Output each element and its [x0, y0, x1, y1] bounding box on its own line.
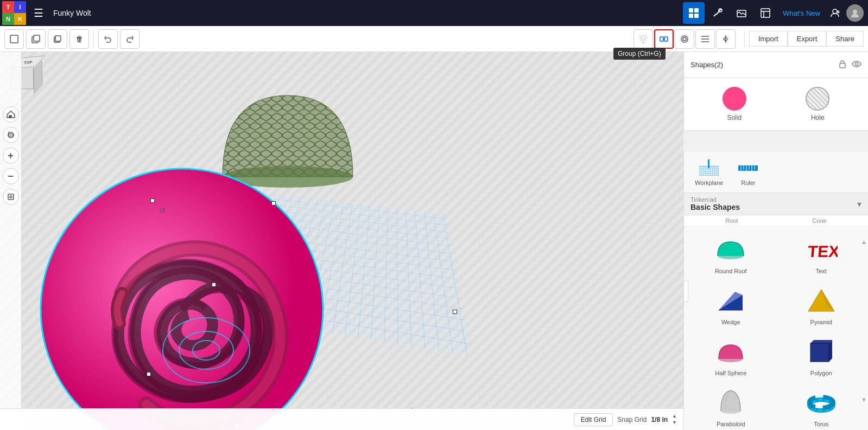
- shape-paraboloid[interactable]: Paraboloid: [686, 382, 776, 430]
- whats-new-button[interactable]: What's New: [778, 9, 825, 17]
- svg-rect-34: [840, 63, 845, 68]
- fit-view-button[interactable]: [3, 189, 19, 205]
- properties-bar: Shapes(2): [683, 52, 868, 78]
- lock-icon[interactable]: [838, 59, 847, 71]
- round-roof-label: Round Roof: [715, 268, 747, 274]
- export-button[interactable]: Export: [788, 31, 827, 47]
- toolbar-sep2: [744, 31, 745, 47]
- mirror-button[interactable]: [716, 29, 736, 49]
- logo-t: T: [2, 1, 14, 13]
- collapse-panel-button[interactable]: ‹: [683, 280, 688, 302]
- svg-rect-0: [689, 8, 693, 12]
- ruler-icon: [738, 158, 758, 178]
- toolbar-separator: [93, 31, 94, 47]
- align-button[interactable]: [695, 29, 715, 49]
- half-sphere-label: Half Sphere: [715, 370, 746, 376]
- ruler-button[interactable]: Ruler: [734, 156, 762, 188]
- redo-button[interactable]: [120, 29, 140, 49]
- tools-button[interactable]: [707, 2, 728, 24]
- hole-label: Hole: [811, 114, 825, 121]
- svg-point-25: [8, 134, 14, 136]
- shape-polygon[interactable]: Polygon: [777, 331, 866, 381]
- pink-circle-shape: [38, 166, 326, 430]
- polygon-label: Polygon: [810, 370, 832, 376]
- top-right-tools: What's New: [683, 2, 864, 24]
- template-button[interactable]: [755, 2, 776, 24]
- workplane-label: Workplane: [695, 179, 723, 186]
- zoom-out-button[interactable]: −: [3, 168, 19, 184]
- shapes-count-label: Shapes(2): [690, 61, 833, 69]
- new-shape-button[interactable]: [4, 29, 24, 49]
- grid-view-button[interactable]: [683, 2, 705, 24]
- polygon-thumbnail: [805, 335, 838, 368]
- ungroup-button[interactable]: [675, 29, 694, 49]
- svg-rect-13: [55, 36, 61, 41]
- edit-toolbar: Import Export Share: [0, 26, 868, 52]
- selection-handle-mr: [453, 310, 457, 314]
- share-button[interactable]: Share: [826, 31, 864, 47]
- solid-label: Solid: [727, 114, 742, 121]
- snap-decrease-button[interactable]: ▼: [672, 420, 677, 426]
- undo-button[interactable]: [98, 29, 118, 49]
- viewport[interactable]: TOP + −: [0, 52, 683, 430]
- shapes-list-header: Root Cone: [684, 215, 868, 227]
- action-buttons: Import Export Share: [749, 31, 864, 47]
- half-sphere-thumbnail: [714, 335, 747, 368]
- top-bar: T I N K ☰ Funky Wolt What's New: [0, 0, 868, 26]
- svg-point-14: [641, 36, 645, 40]
- svg-marker-54: [810, 340, 832, 343]
- zoom-in-button[interactable]: +: [3, 147, 19, 164]
- selection-handle-bl: [147, 372, 151, 376]
- orbit-button[interactable]: [3, 127, 19, 143]
- snap-increase-button[interactable]: ▲: [672, 413, 677, 419]
- logo-n: N: [2, 13, 14, 25]
- svg-point-8: [853, 10, 857, 14]
- copy-button[interactable]: [26, 29, 46, 49]
- shape-half-sphere[interactable]: Half Sphere: [686, 331, 776, 381]
- canvas-area[interactable]: TOP + −: [0, 52, 683, 430]
- shapes-category-header: Tinkercad Basic Shapes ▾: [684, 193, 868, 215]
- snap-grid-spinner[interactable]: ▲ ▼: [672, 413, 677, 426]
- shape-pyramid[interactable]: Pyramid: [777, 280, 866, 330]
- svg-rect-53: [810, 343, 829, 362]
- shape-wedge[interactable]: Wedge: [686, 280, 776, 330]
- svg-rect-11: [34, 35, 40, 41]
- shape-text[interactable]: TEXT Text: [777, 229, 866, 279]
- shapes-name-label: Basic Shapes: [690, 203, 740, 211]
- solid-option[interactable]: Solid: [723, 87, 746, 121]
- edit-grid-button[interactable]: Edit Grid: [574, 413, 613, 426]
- home-view-button[interactable]: [3, 106, 19, 123]
- gallery-button[interactable]: [731, 2, 752, 24]
- group-button[interactable]: [654, 29, 674, 49]
- shape-round-roof[interactable]: Round Roof: [686, 229, 776, 279]
- hole-color-indicator: [806, 87, 829, 111]
- import-button[interactable]: Import: [749, 31, 788, 47]
- scroll-indicator-bottom: ▼: [861, 396, 867, 403]
- user-add-button[interactable]: [827, 8, 844, 18]
- delete-button[interactable]: [69, 29, 89, 49]
- hole-option[interactable]: Hole: [806, 87, 829, 121]
- wedge-label: Wedge: [721, 319, 740, 325]
- visibility-icon[interactable]: [852, 59, 861, 71]
- logo-i: I: [14, 1, 26, 13]
- col-header-1: Root: [725, 217, 738, 224]
- svg-point-35: [856, 62, 858, 65]
- user-avatar[interactable]: [846, 4, 864, 22]
- view-controls: [633, 29, 736, 49]
- duplicate-button[interactable]: [48, 29, 67, 49]
- svg-point-27: [10, 196, 12, 198]
- svg-rect-26: [8, 194, 14, 200]
- light-toggle-button[interactable]: [633, 29, 653, 49]
- group-tooltip: Group (Ctrl+G): [613, 48, 666, 60]
- shapes-category-chevron[interactable]: ▾: [857, 199, 861, 209]
- logo-k: K: [14, 13, 26, 25]
- logo: T I N K: [2, 1, 26, 25]
- solid-hole-section: Solid Hole: [683, 78, 868, 131]
- col-header-2: Cone: [812, 217, 826, 224]
- rotation-handle-tl[interactable]: ↺: [159, 206, 167, 214]
- svg-rect-9: [10, 35, 18, 43]
- workplane-button[interactable]: Workplane: [690, 156, 727, 188]
- hamburger-menu-icon[interactable]: ☰: [34, 7, 43, 20]
- pyramid-thumbnail: [805, 284, 838, 317]
- shape-torus[interactable]: Torus: [777, 382, 866, 430]
